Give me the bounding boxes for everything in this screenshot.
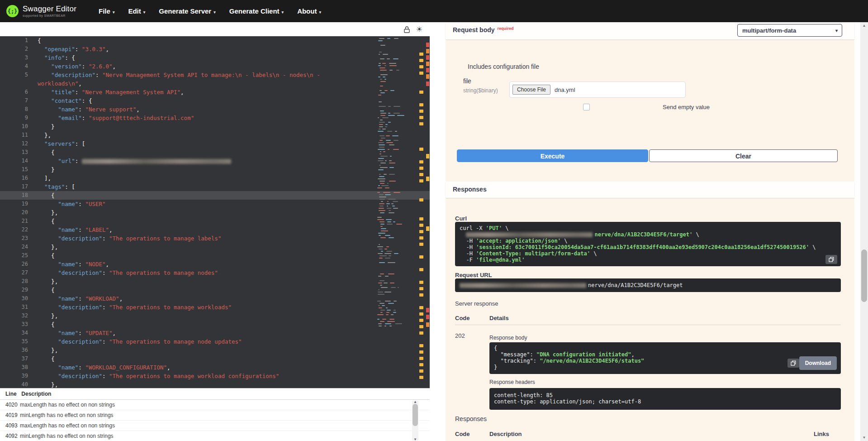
code-editor[interactable]: 1{2 "openapi": "3.0.3",3 "info": {4 "ver… bbox=[0, 36, 430, 388]
error-row[interactable]: 4093maxLength has no effect on non strin… bbox=[0, 421, 430, 431]
line-number: 39 bbox=[0, 372, 33, 380]
menu-generate-server[interactable]: Generate Server▾ bbox=[152, 7, 222, 15]
choose-file-button[interactable]: Choose File bbox=[512, 85, 550, 95]
execute-button[interactable]: Execute bbox=[457, 149, 648, 162]
error-row[interactable]: 4019minLength has no effect on non strin… bbox=[0, 410, 430, 421]
annotation-lane[interactable] bbox=[418, 36, 425, 388]
code-line[interactable]: 14 "url": bbox=[0, 157, 430, 165]
line-number: 1 bbox=[0, 36, 33, 45]
code-line[interactable]: 39 "description": "The operations to man… bbox=[0, 372, 430, 380]
code-line[interactable]: 1{ bbox=[0, 36, 430, 45]
error-description: maxLength has no effect on non strings bbox=[20, 422, 115, 429]
code-line[interactable]: 5 "description": "Nerve Management Syste… bbox=[0, 71, 430, 79]
line-number: 8 bbox=[0, 105, 33, 114]
minimap[interactable] bbox=[376, 36, 402, 388]
line-number: 28 bbox=[0, 277, 33, 286]
code-line[interactable]: 7 "contact": { bbox=[0, 96, 430, 105]
send-empty-checkbox[interactable] bbox=[583, 104, 590, 110]
code-line[interactable]: 23 "description": "The operations to man… bbox=[0, 234, 430, 243]
scroll-down-icon[interactable]: ▼ bbox=[412, 437, 418, 441]
menubar: File▾ Edit▾ Generate Server▾ Generate Cl… bbox=[92, 7, 328, 15]
error-scrollbar-thumb[interactable] bbox=[413, 404, 418, 426]
file-input[interactable]: Choose File dna.yml bbox=[509, 81, 686, 98]
code-line[interactable]: 29 { bbox=[0, 286, 430, 294]
error-panel-scrollbar[interactable]: ▲ ▼ bbox=[412, 401, 418, 441]
copy-icon[interactable] bbox=[787, 359, 799, 368]
code-line[interactable]: 18 { bbox=[0, 191, 430, 200]
menu-about[interactable]: About▾ bbox=[290, 7, 328, 15]
code-line[interactable]: 10 } bbox=[0, 122, 430, 131]
error-description: minLength has no effect on non strings bbox=[20, 412, 114, 418]
code-line[interactable]: workloads\n", bbox=[0, 79, 430, 88]
code-line[interactable]: 25 { bbox=[0, 251, 430, 260]
clear-button[interactable]: Clear bbox=[649, 149, 838, 162]
code-line[interactable]: 20 }, bbox=[0, 208, 430, 217]
code-line[interactable]: 36 }, bbox=[0, 346, 430, 355]
line-number: 18 bbox=[0, 191, 33, 200]
code-line[interactable]: 35 "description": "The operations to man… bbox=[0, 337, 430, 346]
line-number: 11 bbox=[0, 131, 33, 139]
code-line[interactable]: 24 }, bbox=[0, 243, 430, 251]
code-line[interactable]: 12 "servers": [ bbox=[0, 139, 430, 148]
line-number: 29 bbox=[0, 286, 33, 294]
code-line[interactable]: 8 "name": "Nerve support", bbox=[0, 105, 430, 114]
divider bbox=[455, 325, 841, 325]
menu-generate-client[interactable]: Generate Client▾ bbox=[223, 7, 290, 15]
line-number: 16 bbox=[0, 174, 33, 182]
chevron-down-icon: ▾ bbox=[213, 10, 216, 14]
code-line[interactable]: 17 "tags": [ bbox=[0, 182, 430, 191]
server-response-label: Server response bbox=[455, 300, 498, 307]
lock-icon[interactable] bbox=[403, 25, 411, 34]
error-row[interactable]: 4092minLength has no effect on non strin… bbox=[0, 431, 430, 441]
code-line[interactable]: 4 "version": "2.6.0", bbox=[0, 62, 430, 71]
code-line[interactable]: 13 { bbox=[0, 148, 430, 157]
brand-subtitle: supported by SMARTBEAR bbox=[23, 14, 76, 17]
code-line[interactable]: 27 "description": "The operations to man… bbox=[0, 268, 430, 277]
request-url-label: Request URL bbox=[455, 272, 492, 278]
code-line[interactable]: 21 { bbox=[0, 217, 430, 225]
code-line[interactable]: 15 } bbox=[0, 165, 430, 174]
code-line[interactable]: 38 "name": "WORKLOAD_CONFIGURATION", bbox=[0, 363, 430, 372]
request-url-value: nerve/dna/A1B2C3D4E5F6/target bbox=[460, 282, 836, 288]
line-number: 33 bbox=[0, 320, 33, 329]
line-number: 19 bbox=[0, 200, 33, 208]
download-button[interactable]: Download bbox=[799, 356, 837, 370]
code-line[interactable]: 32 }, bbox=[0, 312, 430, 320]
code-line[interactable]: 33 { bbox=[0, 320, 430, 329]
sun-icon[interactable]: ☀ bbox=[415, 25, 423, 34]
code-line[interactable]: 2 "openapi": "3.0.3", bbox=[0, 45, 430, 53]
code-line[interactable]: 11 }, bbox=[0, 131, 430, 139]
code-line[interactable]: 40 }, bbox=[0, 380, 430, 388]
code-line[interactable]: 30 "name": "WORKLOAD", bbox=[0, 294, 430, 303]
code-line[interactable]: 6 "title": "Nerve Management System API"… bbox=[0, 88, 430, 96]
code-line[interactable]: 26 "name": "NODE", bbox=[0, 260, 430, 268]
code-line[interactable]: 3 "info": { bbox=[0, 53, 430, 62]
editor-scroll-strip[interactable] bbox=[426, 36, 430, 388]
scroll-down-icon[interactable]: ▼ bbox=[860, 436, 868, 440]
request-url-block: nerve/dna/A1B2C3D4E5F6/target bbox=[455, 278, 841, 292]
code-line[interactable]: 9 "email": "support@tttech-industrial.co… bbox=[0, 114, 430, 122]
page-scrollbar-thumb[interactable] bbox=[861, 249, 867, 302]
page-scrollbar[interactable]: ▲ ▼ bbox=[860, 22, 868, 441]
line-number: 21 bbox=[0, 217, 33, 225]
code-line[interactable]: 37 { bbox=[0, 355, 430, 363]
menu-edit[interactable]: Edit▾ bbox=[121, 7, 152, 15]
response-body-code: { "message": "DNA configuration initiate… bbox=[494, 345, 836, 370]
response-body-block: { "message": "DNA configuration initiate… bbox=[489, 342, 841, 374]
code-line[interactable]: 34 "name": "UPDATE", bbox=[0, 329, 430, 337]
scroll-up-icon[interactable]: ▲ bbox=[412, 400, 418, 404]
response-body-label: Response body bbox=[489, 335, 527, 341]
copy-icon[interactable] bbox=[825, 255, 837, 264]
code-line[interactable]: 28 }, bbox=[0, 277, 430, 286]
media-type-select[interactable]: multipart/form-data ▾ bbox=[737, 24, 842, 37]
line-number: 15 bbox=[0, 165, 33, 174]
scroll-up-icon[interactable]: ▲ bbox=[860, 24, 868, 28]
code-line[interactable]: 19 "name": "USER" bbox=[0, 200, 430, 208]
code-line[interactable]: 31 "description": "The operations to man… bbox=[0, 303, 430, 312]
line-number: 10 bbox=[0, 122, 33, 131]
code-line[interactable]: 22 "name": "LABEL", bbox=[0, 225, 430, 234]
error-line-number: 4092 bbox=[0, 431, 20, 441]
error-row[interactable]: 4020maxLength has no effect on non strin… bbox=[0, 400, 430, 410]
menu-file[interactable]: File▾ bbox=[92, 7, 121, 15]
code-line[interactable]: 16 ], bbox=[0, 174, 430, 182]
